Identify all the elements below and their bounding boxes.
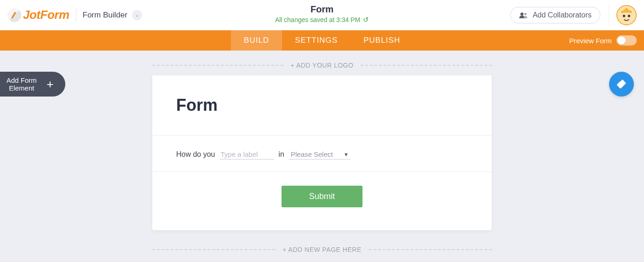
submit-button[interactable]: Submit: [282, 186, 362, 207]
add-collaborators-button[interactable]: Add Collaborators: [510, 7, 600, 23]
add-page-row[interactable]: + ADD NEW PAGE HERE: [152, 246, 492, 253]
chevron-down-icon: ⌄: [135, 12, 139, 17]
mode-label: Form Builder: [83, 11, 127, 20]
svg-point-1: [524, 13, 527, 15]
field-prefix: How do you: [176, 150, 215, 159]
preview-label: Preview Form: [569, 37, 612, 45]
toggle-knob: [617, 36, 626, 45]
add-element-label: Add Form Element: [6, 76, 37, 92]
add-logo-label: + ADD YOUR LOGO: [291, 62, 354, 69]
select-placeholder: Please Select: [291, 150, 333, 158]
submit-section: Submit: [152, 172, 492, 230]
field-section[interactable]: How do you in Please Select ▼: [152, 136, 492, 172]
avatar[interactable]: [609, 5, 637, 25]
svg-point-5: [625, 8, 627, 10]
tab-settings[interactable]: SETTINGS: [282, 30, 351, 51]
tab-build[interactable]: BUILD: [231, 30, 282, 51]
form-heading: Form: [176, 96, 468, 115]
avatar-icon: [616, 5, 637, 25]
add-page-label: + ADD NEW PAGE HERE: [282, 246, 361, 253]
field-mid: in: [279, 150, 284, 159]
svg-point-7: [628, 15, 630, 17]
logo[interactable]: JotForm: [7, 8, 69, 22]
builder-column: + ADD YOUR LOGO Form How do you in Pleas…: [152, 62, 492, 260]
header-center: Form All changes saved at 3:34 PM ↺: [275, 4, 369, 24]
designer-fab[interactable]: [609, 72, 634, 97]
collaborators-icon: [519, 11, 528, 19]
form-title-section[interactable]: Form: [152, 75, 492, 136]
wand-icon: [616, 79, 627, 90]
save-status: All changes saved at 3:34 PM ↺: [275, 16, 369, 24]
revert-icon[interactable]: ↺: [363, 16, 369, 24]
field-label-input[interactable]: [220, 149, 274, 159]
canvas-area: Add Form Element + + ADD YOUR LOGO Form …: [0, 51, 644, 260]
preview-toggle[interactable]: [616, 35, 637, 46]
save-status-text: All changes saved at 3:34 PM: [275, 16, 360, 23]
svg-point-0: [520, 12, 523, 16]
mode-dropdown[interactable]: ⌄: [132, 10, 142, 20]
top-header: JotForm Form Builder ⌄ Form All changes …: [0, 0, 644, 30]
svg-point-3: [621, 11, 623, 13]
preview-form: Preview Form: [569, 30, 637, 51]
plus-icon: +: [43, 77, 57, 91]
field-select[interactable]: Please Select ▼: [289, 149, 351, 159]
tab-publish[interactable]: PUBLISH: [351, 30, 413, 51]
add-form-element-button[interactable]: Add Form Element +: [0, 72, 65, 97]
nav-tabs: BUILD SETTINGS PUBLISH Preview Form: [0, 30, 644, 51]
divider: [76, 8, 76, 22]
collab-label: Add Collaborators: [533, 11, 592, 19]
form-title[interactable]: Form: [275, 4, 369, 15]
logo-icon: [7, 8, 21, 22]
svg-point-4: [629, 11, 632, 13]
logo-text: JotForm: [23, 8, 69, 22]
add-logo-row[interactable]: + ADD YOUR LOGO: [152, 62, 492, 69]
svg-point-6: [623, 15, 625, 17]
form-card: Form How do you in Please Select ▼ Submi…: [152, 75, 492, 230]
caret-down-icon: ▼: [344, 152, 349, 157]
